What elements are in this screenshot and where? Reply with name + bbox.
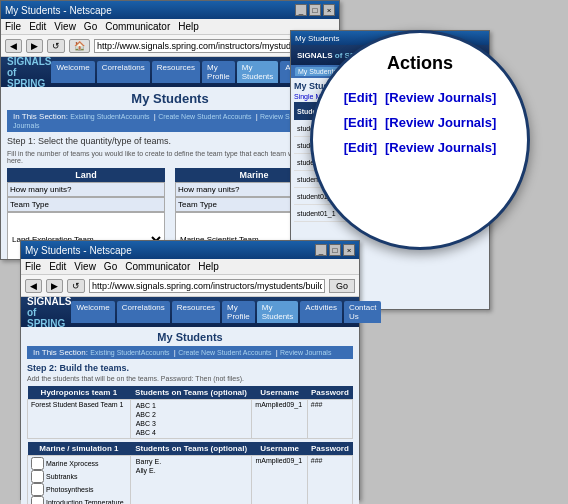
forward-btn[interactable]: ▶ (26, 39, 43, 53)
menu-help[interactable]: Help (178, 21, 199, 32)
bottom-create-link[interactable]: Create New Student Accounts (178, 349, 271, 356)
bottom-section-bar: In This Section: Existing StudentAccount… (27, 346, 353, 359)
step1-desc: Fill in the number of teams you would li… (7, 150, 333, 164)
build-col-students: Students on Teams (optional) (130, 386, 252, 400)
menu-file[interactable]: File (5, 21, 21, 32)
top-titlebar: My Students - Netscape _ □ × (1, 1, 339, 19)
section-bar-top: In This Section: Existing StudentAccount… (7, 110, 333, 132)
land-how-many: How many units? (7, 182, 165, 197)
bottom-nav-myprofile[interactable]: My Profile (222, 301, 255, 323)
edit-link-1[interactable]: [Edit] (344, 90, 377, 105)
checkbox-photo[interactable]: Photosynthesis (31, 483, 127, 496)
nav-welcome[interactable]: Welcome (51, 61, 94, 83)
build-teams-table-2: Marine / simulation 1 Students on Teams … (27, 442, 353, 504)
build-col-team: Hydroponics team 1 (28, 386, 131, 400)
build-row-1: Forest Student Based Team 1 ABC 1 ABC 2 … (28, 400, 353, 439)
top-browser-window: My Students - Netscape _ □ × File Edit V… (0, 0, 340, 260)
bottom-menu-file[interactable]: File (25, 261, 41, 272)
bottom-back[interactable]: ◀ (25, 279, 42, 293)
bottom-title: My Students - Netscape (25, 245, 315, 256)
minimize-btn[interactable]: _ (295, 4, 307, 16)
bottom-toolbar: ◀ ▶ ↺ Go (21, 275, 359, 297)
build-teams-content: My Students In This Section: Existing St… (21, 327, 359, 504)
bottom-window-controls: _ □ × (315, 244, 355, 256)
reload-btn[interactable]: ↺ (47, 39, 65, 53)
bottom-site-nav: Welcome Correlations Resources My Profil… (71, 301, 381, 323)
bottom-reload[interactable]: ↺ (67, 279, 85, 293)
bottom-menu-view[interactable]: View (74, 261, 96, 272)
land-team-type: Team Type (7, 197, 165, 212)
window-controls: _ □ × (295, 4, 335, 16)
existing-accounts-link[interactable]: Existing StudentAccounts (70, 113, 149, 120)
close-btn[interactable]: × (323, 4, 335, 16)
student-option: ABC 2 (134, 410, 249, 419)
build-teams-table: Hydroponics team 1 Students on Teams (op… (27, 386, 353, 439)
build2-col-username: Username (252, 442, 307, 456)
top-title: My Students - Netscape (5, 5, 295, 16)
build-cell-students2: Barry E. Ally E. (130, 456, 252, 505)
bottom-titlebar: My Students - Netscape _ □ × (21, 241, 359, 259)
step2-desc: Add the students that will be on the tea… (27, 375, 353, 382)
bottom-menu-edit[interactable]: Edit (49, 261, 66, 272)
site-logo: SIGNALS of SPRING (7, 56, 51, 89)
bottom-nav-contact[interactable]: Contact Us (344, 301, 382, 323)
bottom-existing-link[interactable]: Existing StudentAccounts (90, 349, 169, 356)
address-input[interactable] (94, 39, 305, 53)
build-cell-team1: Forest Student Based Team 1 (28, 400, 131, 439)
magnified-title: Actions (387, 53, 453, 74)
build-col-password: Password (307, 386, 352, 400)
menu-view[interactable]: View (54, 21, 76, 32)
bottom-maximize[interactable]: □ (329, 244, 341, 256)
bottom-address[interactable] (89, 279, 325, 293)
bottom-nav-activities[interactable]: Activities (300, 301, 342, 323)
checkbox-subtranks[interactable]: Subtranks (31, 470, 127, 483)
build2-col-password: Password (307, 442, 352, 456)
bottom-minimize[interactable]: _ (315, 244, 327, 256)
build2-col-team: Marine / simulation 1 (28, 442, 131, 456)
build2-col-students: Students on Teams (optional) (130, 442, 252, 456)
magnified-row-3: [Edit] [Review Journals] (328, 140, 512, 155)
nav-resources[interactable]: Resources (152, 61, 200, 83)
bottom-close[interactable]: × (343, 244, 355, 256)
menu-bar: File Edit View Go Communicator Help (1, 19, 339, 35)
review-journals-link-1[interactable]: [Review Journals] (385, 90, 496, 105)
home-btn[interactable]: 🏠 (69, 39, 90, 53)
menu-go[interactable]: Go (84, 21, 97, 32)
bottom-menu-communicator[interactable]: Communicator (125, 261, 190, 272)
checkbox-marine[interactable]: Marine Xprocess (31, 457, 127, 470)
logo-text: SIGNALS of SPRING (7, 56, 51, 89)
nav-correlations[interactable]: Correlations (97, 61, 150, 83)
bottom-nav-resources[interactable]: Resources (172, 301, 220, 323)
menu-communicator[interactable]: Communicator (105, 21, 170, 32)
inner-table-2: Barry E. Ally E. (134, 457, 249, 475)
create-accounts-link[interactable]: Create New Student Accounts (158, 113, 251, 120)
nav-mystudents[interactable]: My Students (237, 61, 279, 83)
bottom-nav-correlations[interactable]: Correlations (117, 301, 170, 323)
land-header: Land (7, 168, 165, 182)
bottom-go[interactable]: Go (329, 279, 355, 293)
build-row-2: Marine Xprocess Subtranks Photosynthesis… (28, 456, 353, 505)
step2-label: Step 2: Build the teams. (27, 363, 353, 373)
build-cell-username2: mAmplied09_1 (252, 456, 307, 505)
menu-edit[interactable]: Edit (29, 21, 46, 32)
maximize-btn[interactable]: □ (309, 4, 321, 16)
review-journals-link-2[interactable]: [Review Journals] (385, 115, 496, 130)
build-cell-team2: Marine Xprocess Subtranks Photosynthesis… (28, 456, 131, 505)
build-cell-students1: ABC 1 ABC 2 ABC 3 ABC 4 (130, 400, 252, 439)
nav-myprofile[interactable]: My Profile (202, 61, 235, 83)
edit-link-3[interactable]: [Edit] (344, 140, 377, 155)
magnified-popup: Actions [Edit] [Review Journals] [Edit] … (310, 30, 530, 250)
checkbox-intro[interactable]: Introduction Temperature (31, 496, 127, 504)
bottom-menu-help[interactable]: Help (198, 261, 219, 272)
review-journals-link-3[interactable]: [Review Journals] (385, 140, 496, 155)
toolbar: ◀ ▶ ↺ 🏠 Go (1, 35, 339, 57)
bottom-menu-go[interactable]: Go (104, 261, 117, 272)
student-option: ABC 1 (134, 401, 249, 410)
bottom-nav-mystudents[interactable]: My Students (257, 301, 299, 323)
bottom-review-link[interactable]: Review Journals (280, 349, 331, 356)
step1-label: Step 1: Select the quantity/type of team… (7, 136, 333, 146)
edit-link-2[interactable]: [Edit] (344, 115, 377, 130)
bottom-forward[interactable]: ▶ (46, 279, 63, 293)
back-btn[interactable]: ◀ (5, 39, 22, 53)
bottom-nav-welcome[interactable]: Welcome (71, 301, 114, 323)
